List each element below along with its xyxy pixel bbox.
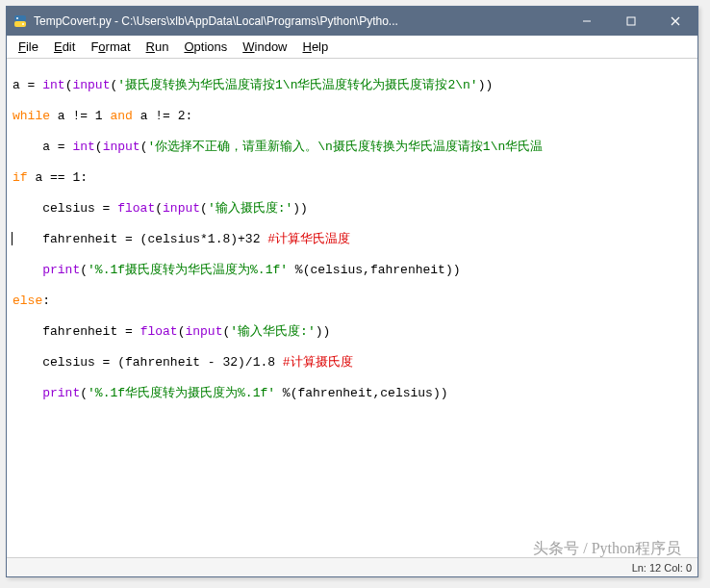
menu-run[interactable]: Run xyxy=(139,38,177,56)
python-icon xyxy=(13,13,28,29)
code-line: if a == 1: xyxy=(13,170,692,186)
menu-edit[interactable]: Edit xyxy=(46,38,83,56)
window-controls xyxy=(565,7,697,36)
minimize-button[interactable] xyxy=(565,7,609,36)
code-line: celsius = float(input('输入摄氏度:')) xyxy=(13,201,692,217)
code-line: fahrenheit = float(input('输入华氏度:')) xyxy=(13,324,692,340)
svg-rect-5 xyxy=(627,17,635,25)
titlebar[interactable]: TempCovert.py - C:\Users\xlb\AppData\Loc… xyxy=(7,7,697,36)
menu-format[interactable]: Format xyxy=(83,38,138,56)
maximize-button[interactable] xyxy=(609,7,653,36)
code-line: a = int(input('你选择不正确，请重新输入。\n摄氏度转换为华氏温度… xyxy=(13,140,692,155)
code-line: while a != 1 and a != 2: xyxy=(13,109,692,124)
cursor-position: Ln: 12 Col: 0 xyxy=(632,562,692,574)
menu-file[interactable]: File xyxy=(11,38,46,56)
idle-window: TempCovert.py - C:\Users\xlb\AppData\Loc… xyxy=(6,6,698,577)
code-editor[interactable]: a = int(input('摄氏度转换为华氏温度请按1\n华氏温度转化为摄氏度… xyxy=(7,59,697,557)
code-line: fahrenheit = (celsius*1.8)+32 #计算华氏温度 xyxy=(13,232,692,247)
code-line: a = int(input('摄氏度转换为华氏温度请按1\n华氏温度转化为摄氏度… xyxy=(13,78,692,93)
window-title: TempCovert.py - C:\Users\xlb\AppData\Loc… xyxy=(34,14,565,28)
menu-options[interactable]: Options xyxy=(176,38,235,56)
watermark: 头条号 / Python程序员 xyxy=(533,539,681,559)
code-line: print('%.1f华氏度转为摄氏度为%.1f' %(fahrenheit,c… xyxy=(13,386,692,401)
code-line: print('%.1f摄氏度转为华氏温度为%.1f' %(celsius,fah… xyxy=(13,263,692,278)
menu-window[interactable]: Window xyxy=(235,38,294,56)
close-button[interactable] xyxy=(653,7,697,36)
code-line: celsius = (fahrenheit - 32)/1.8 #计算摄氏度 xyxy=(13,355,692,371)
svg-rect-0 xyxy=(14,15,26,21)
statusbar: Ln: 12 Col: 0 xyxy=(7,557,697,576)
svg-rect-1 xyxy=(14,21,26,27)
menubar: File Edit Format Run Options Window Help xyxy=(7,36,697,59)
svg-point-3 xyxy=(22,23,24,25)
menu-help[interactable]: Help xyxy=(295,38,337,56)
svg-point-2 xyxy=(16,17,18,19)
text-cursor xyxy=(12,232,13,245)
code-line: else: xyxy=(13,294,692,309)
